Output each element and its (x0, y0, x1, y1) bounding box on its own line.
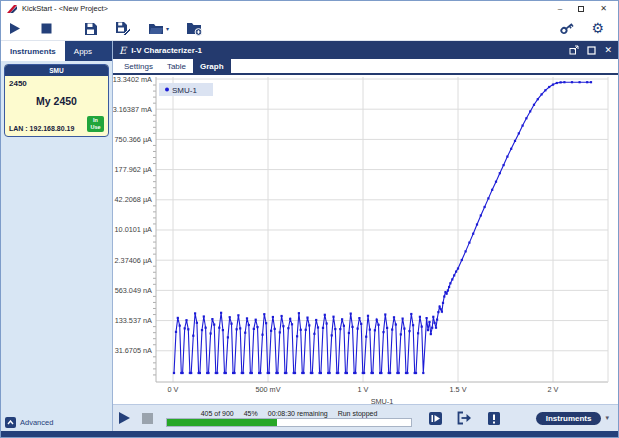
save-project-button[interactable] (83, 21, 98, 36)
play-icon (118, 411, 131, 425)
instrument-model: 2450 (9, 79, 104, 88)
chevron-up-icon (7, 420, 14, 425)
run-script-button[interactable] (428, 411, 443, 426)
minimize-button[interactable]: – (558, 4, 562, 13)
play-box-icon (428, 411, 443, 426)
y-tick-label: 3.16387 mA (113, 105, 152, 114)
x-tick-label: 0 V (168, 385, 179, 394)
close-button[interactable]: ✕ (600, 4, 607, 13)
exclamation-icon (487, 411, 501, 426)
y-tick-label: 13.3402 mA (113, 75, 152, 84)
instruments-button[interactable]: Instruments (536, 412, 602, 425)
settings-gear-icon[interactable]: ⚙ (591, 21, 604, 35)
popout-icon[interactable] (569, 45, 579, 55)
window-bottom-edge (1, 431, 618, 437)
tab-settings[interactable]: Settings (117, 59, 160, 73)
window-title: KickStart - <New Project> (22, 4, 108, 13)
abort-button[interactable] (141, 412, 154, 425)
tab-table[interactable]: Table (160, 59, 193, 73)
instrument-type: SMU (5, 65, 108, 76)
x-tick-label: 1.5 V (449, 385, 466, 394)
kickstart-logo-icon (6, 4, 18, 14)
open-folder-icon (148, 21, 164, 35)
stop-icon (39, 21, 54, 36)
key-icon (559, 20, 575, 36)
stop-project-button[interactable] (39, 21, 54, 36)
main-toolbar: ▾ ⚙ (1, 16, 618, 41)
tab-apps[interactable]: Apps (65, 41, 101, 61)
iv-characterizer-app-icon: E (119, 45, 126, 56)
new-project-button[interactable] (186, 21, 203, 36)
progress-remaining: 00:08:30 remaining (268, 410, 328, 417)
titlebar: KickStart - <New Project> – ✕ (1, 1, 618, 16)
new-folder-icon (186, 21, 203, 36)
legend-marker (165, 88, 169, 92)
x-axis-title: SMU-1 (371, 397, 394, 404)
save-icon (83, 21, 98, 36)
iv-chart: 13.3402 mA3.16387 mA750.366 µA177.962 µA… (113, 75, 615, 404)
legend-label: SMU-1 (172, 86, 197, 95)
run-project-button[interactable] (7, 21, 22, 36)
document-window: E I-V Characterizer-1 ✕ Settings Table G… (113, 41, 618, 431)
run-status-bar: 405 of 900 45% 00:08:30 remaining Run st… (113, 404, 618, 431)
doc-maximize-icon[interactable] (587, 46, 596, 55)
tab-instruments[interactable]: Instruments (1, 41, 65, 61)
instrument-name: My 2450 (9, 95, 104, 107)
document-tabs: Settings Table Graph (113, 59, 618, 73)
graph-panel: 13.3402 mA3.16387 mA750.366 µA177.962 µA… (113, 73, 618, 404)
instrument-connection: LAN : 192.168.80.19 (9, 125, 74, 132)
kickstart-window: KickStart - <New Project> – ✕ (0, 0, 619, 438)
y-tick-label: 31.6705 nA (115, 346, 152, 355)
progress-percent: 45% (244, 410, 258, 417)
in-use-badge: In Use (87, 116, 104, 132)
license-key-button[interactable] (559, 20, 575, 36)
stop-icon (141, 412, 154, 425)
run-progress: 405 of 900 45% 00:08:30 remaining Run st… (166, 410, 412, 427)
export-data-button[interactable] (457, 411, 473, 426)
x-tick-label: 2 V (548, 385, 559, 394)
run-state: Run stopped (338, 410, 378, 417)
save-as-icon (115, 20, 131, 36)
open-caret-icon: ▾ (166, 25, 169, 32)
y-tick-label: 133.537 nA (115, 316, 152, 325)
y-tick-label: 563.049 nA (115, 286, 152, 295)
x-tick-label: 500 mV (255, 385, 280, 394)
tab-graph[interactable]: Graph (193, 59, 231, 73)
y-tick-label: 2.37406 µA (115, 256, 153, 265)
series-markers (173, 81, 592, 374)
progress-fill (167, 419, 277, 426)
y-tick-label: 177.962 µA (115, 165, 153, 174)
instruments-caret-icon[interactable]: ▾ (605, 414, 609, 422)
x-tick-label: 1 V (358, 385, 369, 394)
advanced-row: Advanced (1, 413, 112, 431)
advanced-label: Advanced (20, 418, 53, 427)
sidebar: Instruments Apps SMU 2450 My 2450 LAN : … (1, 41, 113, 431)
doc-close-icon[interactable]: ✕ (604, 46, 612, 55)
legend[interactable]: SMU-1 (159, 83, 213, 96)
y-tick-label: 10.0101 µA (115, 225, 153, 234)
document-titlebar: E I-V Characterizer-1 ✕ (113, 41, 618, 59)
advanced-toggle-button[interactable] (5, 417, 16, 428)
document-title: I-V Characterizer-1 (131, 46, 202, 55)
progress-bar (166, 418, 412, 427)
y-tick-label: 42.2068 µA (115, 195, 153, 204)
maximize-button[interactable] (578, 6, 584, 12)
export-icon (457, 411, 473, 425)
error-log-button[interactable] (487, 411, 501, 426)
run-button[interactable] (118, 411, 131, 425)
save-project-as-button[interactable] (115, 20, 131, 36)
play-icon (7, 21, 22, 36)
sidebar-tabs: Instruments Apps (1, 41, 112, 61)
y-tick-label: 750.366 µA (115, 135, 153, 144)
progress-count: 405 of 900 (201, 410, 234, 417)
open-project-button[interactable]: ▾ (148, 21, 169, 35)
instrument-card[interactable]: SMU 2450 My 2450 LAN : 192.168.80.19 In … (4, 64, 109, 137)
